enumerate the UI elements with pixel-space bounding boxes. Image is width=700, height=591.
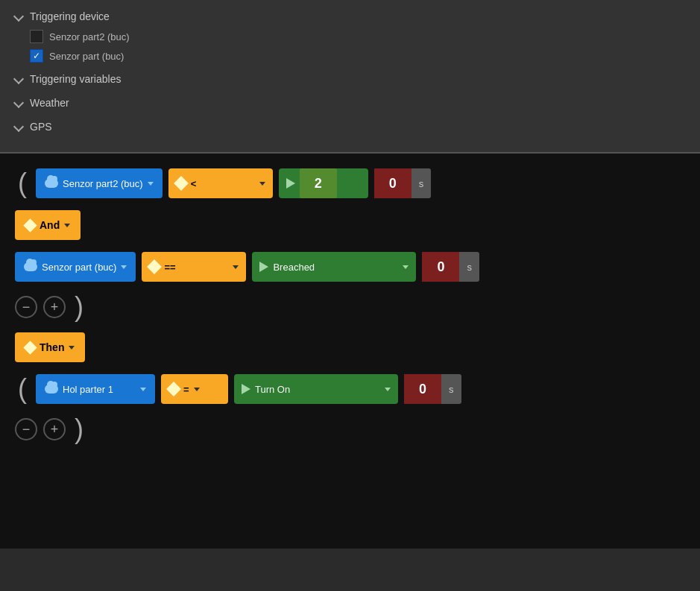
action-row: ( Hol parter 1 = Turn On 0 s: [15, 374, 685, 404]
dropdown-arrow-device-2: [121, 265, 127, 269]
checkbox-item-senzor-part2[interactable]: Senzor part2 (buc): [30, 27, 688, 46]
time-value-action: 0: [404, 374, 441, 404]
device-label-1: Senzor part2 (buc): [63, 178, 143, 189]
top-panel: Triggering device Senzor part2 (buc) ✓ S…: [0, 0, 700, 154]
device-selector-1[interactable]: Senzor part2 (buc): [36, 168, 163, 198]
value-selector-2[interactable]: Breached: [252, 252, 416, 282]
operator-selector-1[interactable]: <: [168, 168, 273, 198]
checkmark-icon: ✓: [33, 51, 40, 61]
section-label-gps: GPS: [30, 121, 52, 133]
dropdown-arrow-action-value: [385, 388, 391, 391]
section-header-triggering-device[interactable]: Triggering device: [12, 6, 688, 27]
section-header-gps[interactable]: GPS: [12, 116, 688, 137]
time-unit-2: s: [459, 252, 479, 282]
section-label-weather: Weather: [30, 97, 69, 109]
diamond-icon-then: [23, 341, 37, 354]
cloud-icon-action: [45, 385, 58, 394]
section-label-triggering-device: Triggering device: [30, 10, 110, 22]
section-items-triggering-device: Senzor part2 (buc) ✓ Senzor part (buc): [12, 27, 688, 66]
time-unit-action: s: [441, 374, 461, 404]
play-icon-1: [286, 178, 295, 189]
time-value-2: 0: [422, 252, 459, 282]
bottom-panel: ( Senzor part2 (buc) < 2 0 s And: [0, 154, 700, 549]
operator-selector-2[interactable]: ==: [142, 252, 246, 282]
minus-icon-2: −: [22, 423, 31, 436]
condition-row-1: ( Senzor part2 (buc) < 2 0 s: [15, 168, 685, 198]
action-operator-label: =: [183, 384, 189, 395]
section-weather: Weather: [12, 92, 688, 113]
cloud-icon-2: [24, 262, 37, 271]
diamond-icon-action: [166, 382, 181, 396]
action-operator-selector[interactable]: =: [161, 374, 228, 404]
dropdown-arrow-action-operator: [194, 388, 200, 391]
section-triggering-device: Triggering device Senzor part2 (buc) ✓ S…: [12, 6, 688, 66]
time-container-2: 0 s: [422, 252, 479, 282]
open-paren-1: (: [15, 170, 30, 197]
value-display-1: 2: [300, 168, 337, 198]
logic-operator-label: And: [40, 219, 60, 231]
logic-operator-btn[interactable]: And: [15, 210, 81, 240]
condition-row-2: Senzor part (buc) == Breached 0 s: [15, 252, 685, 282]
close-paren-1: ): [72, 294, 86, 320]
play-icon-action: [242, 384, 250, 394]
diamond-icon-1: [174, 176, 189, 191]
time-container-1: 0 s: [374, 168, 432, 198]
controls-row-2: − + ): [15, 416, 685, 443]
operator-label-2: ==: [164, 262, 175, 273]
checkbox-checked-senzor-part[interactable]: ✓: [30, 49, 43, 63]
open-paren-action: (: [15, 376, 30, 402]
value-container-1: 2: [279, 168, 368, 198]
plus-icon: +: [51, 300, 59, 314]
then-operator-row: Then: [15, 332, 685, 362]
dropdown-arrow-then: [69, 346, 75, 350]
dropdown-arrow-device-1: [148, 182, 154, 186]
play-icon-2: [259, 262, 268, 272]
dropdown-arrow-action-device: [140, 388, 146, 391]
then-operator-btn[interactable]: Then: [15, 332, 85, 362]
minus-icon: −: [22, 300, 31, 314]
section-label-triggering-variables: Triggering variables: [30, 73, 121, 85]
action-device-label: Hol parter 1: [63, 384, 113, 395]
device-selector-2[interactable]: Senzor part (buc): [15, 252, 136, 282]
operator-label-1: <: [191, 178, 197, 189]
chevron-down-icon-2: [13, 74, 24, 84]
value-label-2: Breached: [273, 262, 315, 273]
remove-action-btn[interactable]: −: [15, 418, 37, 440]
diamond-icon-2: [148, 259, 163, 274]
checkbox-label-senzor-part: Senzor part (buc): [49, 51, 124, 62]
close-paren-action: ): [72, 416, 86, 443]
checkbox-item-senzor-part[interactable]: ✓ Senzor part (buc): [30, 46, 688, 66]
chevron-down-icon: [13, 11, 24, 22]
time-container-action: 0 s: [404, 374, 461, 404]
chevron-down-icon-3: [13, 98, 24, 108]
then-operator-label: Then: [40, 341, 64, 353]
add-condition-btn[interactable]: +: [43, 296, 66, 318]
section-gps: GPS: [12, 116, 688, 137]
add-action-btn[interactable]: +: [43, 418, 66, 440]
action-device-selector[interactable]: Hol parter 1: [36, 374, 155, 404]
dropdown-arrow-logic: [64, 224, 70, 227]
diamond-icon-logic: [23, 218, 37, 232]
time-value-1: 0: [374, 168, 412, 198]
action-value-label: Turn On: [255, 384, 290, 395]
time-unit-1: s: [412, 168, 432, 198]
dropdown-arrow-value-2: [403, 265, 409, 269]
action-value-selector[interactable]: Turn On: [234, 374, 398, 404]
remove-condition-btn[interactable]: −: [15, 296, 37, 318]
dropdown-arrow-operator-1: [259, 182, 265, 186]
section-triggering-variables: Triggering variables: [12, 69, 688, 89]
checkbox-label-senzor-part2: Senzor part2 (buc): [49, 31, 130, 42]
section-header-triggering-variables[interactable]: Triggering variables: [12, 69, 688, 89]
controls-row-1: − + ): [15, 294, 685, 320]
checkbox-unchecked-senzor-part2[interactable]: [30, 30, 43, 43]
dropdown-arrow-operator-2: [233, 265, 239, 269]
cloud-icon-1: [45, 179, 58, 188]
logic-operator-row: And: [15, 210, 685, 240]
device-label-2: Senzor part (buc): [42, 262, 116, 273]
chevron-down-icon-4: [13, 121, 24, 132]
section-header-weather[interactable]: Weather: [12, 92, 688, 113]
plus-icon-2: +: [51, 423, 59, 436]
